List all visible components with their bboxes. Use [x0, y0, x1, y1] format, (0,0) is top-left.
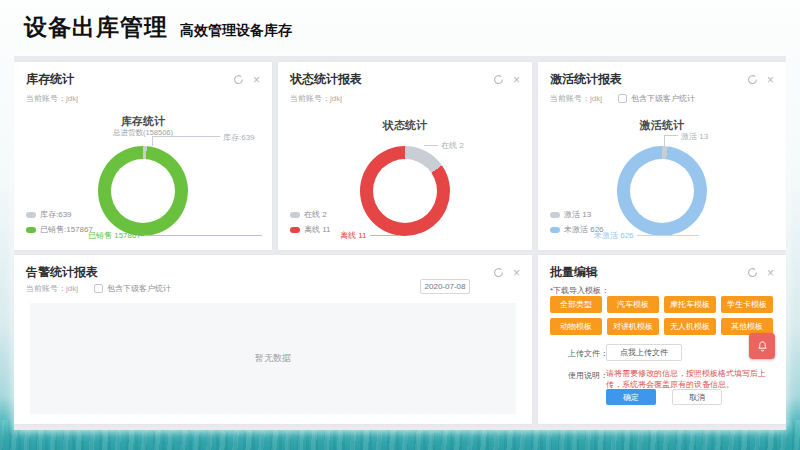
inventory-donut-chart: [98, 146, 188, 236]
online-slice-label: 在线 2: [424, 140, 464, 151]
leader-line: [152, 136, 220, 146]
page-subtitle: 高效管理设备库存: [180, 22, 292, 43]
confirm-button[interactable]: 确定: [606, 389, 656, 405]
panel-activation: 激活统计报表 × 当前账号：jdkj 包含下级客户统计 激活统计 激活 13 未…: [538, 62, 786, 250]
legend-marker: [26, 212, 36, 218]
dashboard-board: 库存统计 × 当前账号：jdkj 库存统计 总进货数(158506) 库存:63…: [14, 56, 786, 430]
legend-marker: [550, 212, 560, 218]
close-icon[interactable]: ×: [767, 267, 774, 279]
include-sub-checkbox[interactable]: 包含下级客户统计: [618, 93, 695, 104]
template-download-label: *下载导入模板：: [550, 285, 609, 296]
refresh-icon[interactable]: [747, 74, 758, 85]
panel-alarm-title: 告警统计报表: [26, 264, 98, 281]
panel-inventory: 库存统计 × 当前账号：jdkj 库存统计 总进货数(158506) 库存:63…: [14, 62, 272, 250]
panel-status: 状态统计报表 × 当前账号：jdkj 状态统计 在线 2 离线 11 在线 2 …: [278, 62, 532, 250]
legend-item[interactable]: 激活 13: [550, 209, 604, 220]
legend-item[interactable]: 库存:639: [26, 209, 93, 220]
include-sub-checkbox[interactable]: 包含下级客户统计: [94, 283, 171, 294]
no-data-text: 暂无数据: [255, 352, 291, 365]
legend-item[interactable]: 已销售:157867: [26, 224, 93, 235]
notification-bell-button[interactable]: [749, 333, 775, 359]
close-icon[interactable]: ×: [513, 267, 520, 279]
account-label: 当前账号：jdkj: [26, 283, 78, 294]
template-button-all[interactable]: 全部类型: [550, 296, 602, 313]
account-label: 当前账号：jdkj: [550, 93, 602, 104]
legend-item[interactable]: 在线 2: [290, 209, 331, 220]
status-donut-chart: [360, 146, 450, 236]
activated-slice-label: 激活 13: [681, 131, 708, 142]
panel-inventory-title: 库存统计: [26, 71, 74, 88]
checkbox-icon: [618, 94, 627, 103]
refresh-icon[interactable]: [493, 74, 504, 85]
legend-marker: [550, 227, 560, 233]
page-title: 设备出库管理: [24, 12, 168, 43]
usage-instructions: 请将需要修改的信息，按照模板格式填写后上传，系统将会覆盖原有的设备信息。: [606, 368, 776, 390]
alarm-chart-area: 暂无数据: [30, 303, 516, 414]
account-label: 当前账号：jdkj: [290, 93, 342, 104]
template-button-student-card[interactable]: 学生卡模板: [721, 296, 773, 313]
leader-line: [664, 135, 678, 146]
bell-icon: [756, 340, 769, 353]
legend-marker: [26, 227, 36, 233]
panel-status-title: 状态统计报表: [290, 71, 362, 88]
template-button-drone[interactable]: 无人机模板: [664, 318, 716, 335]
close-icon[interactable]: ×: [253, 74, 260, 86]
inactive-slice-label: 未激活 626: [594, 230, 699, 241]
checkbox-icon: [94, 284, 103, 293]
template-button-motorcycle[interactable]: 摩托车模板: [664, 296, 716, 313]
template-button-animal[interactable]: 动物模板: [550, 318, 602, 335]
panel-activation-title: 激活统计报表: [550, 71, 622, 88]
legend-marker: [290, 212, 300, 218]
account-label: 当前账号：jdkj: [26, 93, 78, 104]
refresh-icon[interactable]: [233, 74, 244, 85]
page-header: 设备出库管理 高效管理设备库存: [24, 12, 292, 43]
upload-file-label: 上传文件：: [568, 348, 608, 359]
chart-title: 库存统计: [14, 114, 272, 129]
close-icon[interactable]: ×: [513, 74, 520, 86]
date-input[interactable]: [420, 279, 470, 294]
close-icon[interactable]: ×: [767, 74, 774, 86]
cancel-button[interactable]: 取消: [672, 389, 722, 405]
panel-alarm: 告警统计报表 × 当前账号：jdkj 包含下级客户统计 暂无数据: [14, 255, 532, 424]
legend-marker: [290, 227, 300, 233]
offline-slice-label: 离线 11: [340, 230, 400, 241]
upload-file-button[interactable]: 点我上传文件: [606, 344, 682, 361]
refresh-icon[interactable]: [747, 267, 758, 278]
refresh-icon[interactable]: [493, 267, 504, 278]
chart-title: 状态统计: [278, 118, 532, 133]
activation-donut-chart: [617, 146, 707, 236]
inventory-slice-label: 库存:639: [223, 132, 255, 143]
usage-label: 使用说明：: [568, 370, 608, 381]
template-button-intercom[interactable]: 对讲机模板: [607, 318, 659, 335]
chart-title: 激活统计: [538, 118, 786, 133]
sold-slice-label: 已销售 157867: [88, 230, 262, 241]
template-button-car[interactable]: 汽车模板: [607, 296, 659, 313]
panel-batch-edit: 批量编辑 × *下载导入模板： 全部类型 汽车模板 摩托车模板 学生卡模板 动物…: [538, 255, 786, 424]
legend-item[interactable]: 离线 11: [290, 224, 331, 235]
legend-item[interactable]: 未激活 626: [550, 224, 604, 235]
panel-batch-title: 批量编辑: [550, 264, 598, 281]
